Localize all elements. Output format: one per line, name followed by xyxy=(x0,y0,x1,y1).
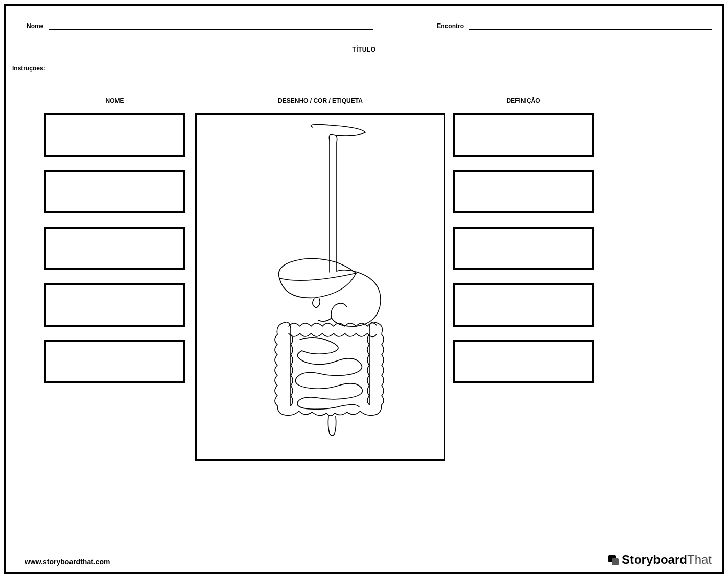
col-header-definition: DEFINIÇÃO xyxy=(453,97,594,104)
col-header-diagram: DESENHO / COR / ETIQUETA xyxy=(195,97,445,104)
digestive-system-icon xyxy=(228,120,412,452)
name-box[interactable] xyxy=(44,340,185,383)
instructions-label: Instruções: xyxy=(12,65,45,72)
definition-box[interactable] xyxy=(453,113,594,157)
date-field: Encontro xyxy=(437,20,712,30)
col-header-name: NOME xyxy=(44,97,185,104)
name-label: Nome xyxy=(27,22,43,30)
name-box[interactable] xyxy=(44,170,185,213)
name-box[interactable] xyxy=(44,227,185,270)
definition-box[interactable] xyxy=(453,283,594,327)
diagram-panel xyxy=(195,113,445,461)
name-box[interactable] xyxy=(44,283,185,327)
storyboard-logo-icon xyxy=(607,554,619,565)
footer-url: www.storyboardthat.com xyxy=(25,558,110,566)
name-field: Nome xyxy=(27,20,373,30)
definition-boxes-column xyxy=(453,113,594,383)
definition-box[interactable] xyxy=(453,340,594,383)
page-title: TÍTULO xyxy=(6,46,722,53)
header-row: Nome Encontro xyxy=(27,20,712,30)
footer-logo: StoryboardThat xyxy=(607,552,712,567)
worksheet-frame: Nome Encontro TÍTULO Instruções: NOME DE… xyxy=(4,4,724,574)
name-box[interactable] xyxy=(44,113,185,157)
date-label: Encontro xyxy=(437,22,464,30)
name-boxes-column xyxy=(44,113,185,383)
definition-box[interactable] xyxy=(453,227,594,270)
logo-text-light: That xyxy=(687,552,712,566)
logo-text-bold: Storyboard xyxy=(622,552,687,566)
name-input-line[interactable] xyxy=(49,20,373,30)
definition-box[interactable] xyxy=(453,170,594,213)
date-input-line[interactable] xyxy=(469,20,712,30)
